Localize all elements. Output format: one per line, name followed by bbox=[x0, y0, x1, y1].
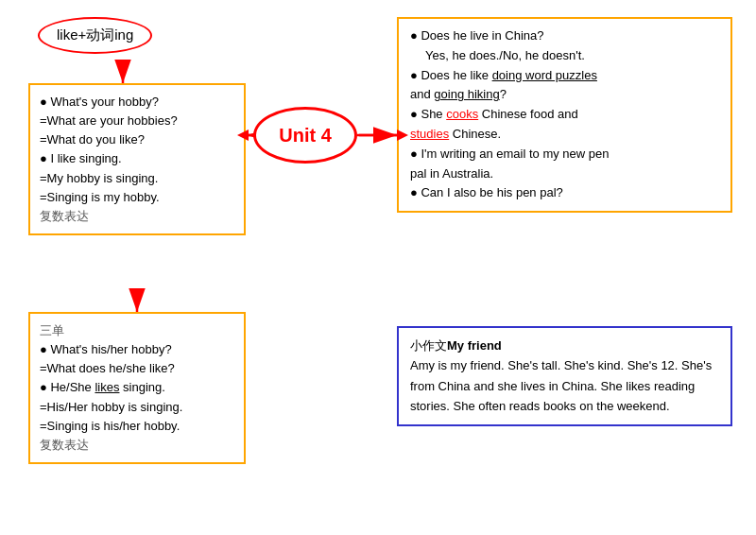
unit-label: Unit 4 bbox=[253, 107, 357, 164]
box-right-top: Does he live in China? Yes, he does./No,… bbox=[397, 17, 732, 213]
list-item: Does he live in China? Yes, he does./No,… bbox=[410, 26, 719, 66]
list-item: What's his/her hobby? bbox=[40, 340, 234, 359]
chinese-label-2: 复数表达 bbox=[40, 436, 234, 455]
box-right-bottom: 小作文My friend Amy is my friend. She's tal… bbox=[397, 326, 732, 426]
list-item: =My hobby is singing. bbox=[40, 169, 234, 188]
list-item: =What do you like? bbox=[40, 130, 234, 149]
san-dan-label: 三单 bbox=[40, 321, 234, 340]
list-item: =Singing is my hobby. bbox=[40, 188, 234, 207]
list-item: He/She likes singing. bbox=[40, 378, 234, 397]
box-left-top: What's your hobby? =What are your hobbie… bbox=[28, 83, 246, 235]
list-item: Does he like doing word puzzles and goin… bbox=[410, 66, 719, 106]
list-item: =His/Her hobby is singing. bbox=[40, 398, 234, 417]
essay-content: Amy is my friend. She's tall. She's kind… bbox=[410, 355, 719, 416]
list-item: Can I also be his pen pal? bbox=[410, 183, 719, 203]
essay-title-chinese: 小作文 bbox=[410, 338, 447, 353]
list-item: =Singing is his/her hobby. bbox=[40, 417, 234, 436]
like-verb-oval: like+动词ing bbox=[38, 17, 152, 54]
list-item: What's your hobby? bbox=[40, 93, 234, 112]
chinese-label: 复数表达 bbox=[40, 207, 234, 226]
box-left-bottom: 三单 What's his/her hobby? =What does he/s… bbox=[28, 312, 246, 464]
list-item: =What are your hobbies? bbox=[40, 112, 234, 130]
list-item: I like singing. bbox=[40, 149, 234, 168]
essay-title: 小作文My friend bbox=[410, 336, 719, 355]
list-item: I'm writing an email to my new pen pal i… bbox=[410, 145, 719, 184]
list-item: =What does he/she like? bbox=[40, 359, 234, 378]
essay-title-english: My friend bbox=[447, 338, 502, 353]
list-item: She cooks Chinese food and studies Chine… bbox=[410, 105, 719, 145]
